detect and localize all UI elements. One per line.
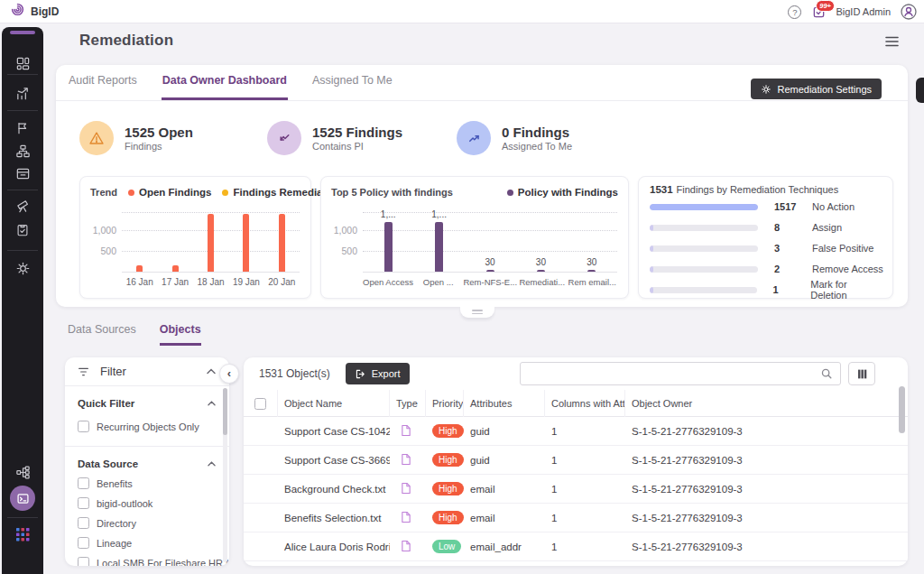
technique-value: 8 xyxy=(774,222,803,233)
edge-widget[interactable] xyxy=(916,78,924,103)
notifications-icon[interactable]: 99+ xyxy=(811,5,826,19)
gear-icon xyxy=(761,84,772,95)
cell-object-name: Alice Laura Doris Rodriguez CV.docx xyxy=(278,542,390,552)
checkbox[interactable] xyxy=(78,537,89,549)
table-header-row: Object NameTypePriorityAttributesColumns… xyxy=(244,390,908,417)
sidebar-item-data-flow-icon[interactable] xyxy=(14,464,31,480)
page-menu-icon[interactable] xyxy=(885,34,899,51)
filter-funnel-icon xyxy=(78,366,89,377)
table-row[interactable]: Benefits Selection.txt High email 1 S-1-… xyxy=(244,504,908,532)
dashboard-tab-data-owner-dashboard[interactable]: Data Owner Dashboard xyxy=(162,74,288,100)
y-axis-tick: 1,000 xyxy=(327,225,357,236)
sidebar-item-terminal-icon[interactable] xyxy=(10,486,35,511)
export-button-label: Export xyxy=(372,368,401,379)
cell-type xyxy=(390,511,426,525)
help-icon[interactable]: ? xyxy=(788,5,801,19)
chart-title: Trend xyxy=(90,187,117,198)
user-name[interactable]: BigID Admin xyxy=(836,6,891,17)
objects-table-card: 1531 Object(s) Export Object NameTypePri… xyxy=(244,357,908,566)
export-button[interactable]: Export xyxy=(346,363,410,384)
sidebar-item-policies-flag-icon[interactable] xyxy=(14,120,31,136)
cell-priority: Low xyxy=(426,540,464,553)
tab-objects[interactable]: Objects xyxy=(160,323,201,346)
lower-tabs: Data SourcesObjects xyxy=(68,323,201,346)
table-row[interactable]: Alice Laura Doris Rodriguez CV.docx Low … xyxy=(244,532,908,561)
filter-scrollbar-thumb[interactable] xyxy=(223,388,227,435)
remediation-settings-button[interactable]: Remediation Settings xyxy=(751,79,882,99)
checkbox[interactable] xyxy=(78,477,89,489)
stat-assigned-to-me: 0 Findings Assigned To Me xyxy=(457,121,572,155)
technique-row: 8 Assign xyxy=(650,221,885,234)
filter-section-data-source: Data Source Benefitsbigid-outlookDirecto… xyxy=(65,446,229,566)
sidebar-item-compliance-clipboard-icon[interactable] xyxy=(14,222,31,238)
x-axis-label: Rem-NFS-E... xyxy=(463,277,517,287)
column-header-priority[interactable]: Priority xyxy=(426,390,464,417)
filter-header[interactable]: Filter xyxy=(65,357,229,386)
filter-section-header[interactable]: Quick Filter xyxy=(78,398,217,409)
sidebar-item-catalog-icon[interactable] xyxy=(14,165,31,181)
column-header-object-owner[interactable]: Object Owner xyxy=(625,390,908,417)
sidebar-item-hierarchy-icon[interactable] xyxy=(14,143,31,159)
technique-label: Mark for Deletion xyxy=(810,279,885,301)
column-header-columns-with-attribute[interactable]: Columns with Attribute xyxy=(545,390,625,417)
cell-object-name: Background Check.txt xyxy=(278,484,390,495)
sidebar-item-dashboard-icon[interactable] xyxy=(14,55,31,71)
dashboard-collapse-handle[interactable] xyxy=(460,306,494,318)
cell-object-owner: S-1-5-21-2776329109-3 xyxy=(625,542,908,552)
stat-value: 1525 Findings xyxy=(312,125,402,142)
technique-label: No Action xyxy=(812,201,855,212)
sidebar-item-settings-gear-icon[interactable] xyxy=(14,260,31,276)
checkbox[interactable] xyxy=(78,497,89,509)
table-scrollbar-thumb[interactable] xyxy=(899,386,905,433)
technique-value: 3 xyxy=(774,243,803,254)
stat-value: 1525 Open xyxy=(125,125,193,142)
table-row[interactable]: Support Case CS-3669.txt High guid 1 S-1… xyxy=(244,446,908,475)
cell-type xyxy=(390,540,426,554)
bar-data-label: 30 xyxy=(587,257,596,267)
bar xyxy=(279,214,285,273)
dashboard-tab-assigned-to-me[interactable]: Assigned To Me xyxy=(311,74,393,100)
tab-data-sources[interactable]: Data Sources xyxy=(68,323,136,346)
sidebar xyxy=(2,27,43,574)
sidebar-item-apps-grid-icon[interactable] xyxy=(14,526,31,542)
select-all-checkbox[interactable] xyxy=(254,398,266,410)
filter-checkbox-bigid-outlook[interactable]: bigid-outlook xyxy=(78,497,217,509)
avatar[interactable] xyxy=(901,4,917,20)
sidebar-item-reports-icon[interactable] xyxy=(14,85,31,101)
filter-checkbox-recurring-objects-only[interactable]: Recurring Objects Only xyxy=(78,421,217,432)
checkbox[interactable] xyxy=(78,421,89,432)
bar xyxy=(435,222,443,272)
sidebar-accent-bar xyxy=(10,31,35,34)
column-header-attributes[interactable]: Attributes xyxy=(464,390,545,417)
warning-icon xyxy=(79,121,114,155)
search-input[interactable] xyxy=(521,363,820,384)
column-header-object-name[interactable]: Object Name xyxy=(278,390,390,417)
trend-up-arrow-icon xyxy=(457,121,491,155)
cell-priority: High xyxy=(426,511,464,524)
filter-checkbox-lineage[interactable]: Lineage xyxy=(78,537,217,549)
table-row[interactable]: Support Case CS-1042.txt High guid 1 S-1… xyxy=(244,417,908,446)
checkbox[interactable] xyxy=(78,517,89,529)
y-axis-tick: 1,000 xyxy=(86,225,116,236)
cell-columns-with-attribute: 1 xyxy=(545,455,625,466)
chart-plot-area: 5001,0001,...1,...303030 xyxy=(363,209,617,273)
filter-checkbox-benefits[interactable]: Benefits xyxy=(78,477,217,489)
sidebar-item-discovery-icon[interactable] xyxy=(14,198,31,214)
table-row[interactable]: Background Check.txt High email 1 S-1-5-… xyxy=(244,475,908,504)
column-chooser-button[interactable] xyxy=(848,362,875,385)
file-icon xyxy=(401,540,411,552)
filter-section-header[interactable]: Data Source xyxy=(78,458,217,469)
dashboard-tab-audit-reports[interactable]: Audit Reports xyxy=(68,74,138,100)
cell-object-owner: S-1-5-21-2776329109-3 xyxy=(625,484,908,495)
cell-columns-with-attribute: 1 xyxy=(545,484,625,495)
bar xyxy=(243,214,249,273)
chevron-up-icon[interactable] xyxy=(206,367,217,375)
filter-checkbox-directory[interactable]: Directory xyxy=(78,517,217,529)
filter-checkbox-local-smb-for-fileshare-hr-m[interactable]: Local SMB For Fileshare HR M xyxy=(78,557,217,566)
cell-object-owner: S-1-5-21-2776329109-3 xyxy=(625,426,908,437)
collapse-filter-button[interactable]: ‹ xyxy=(219,364,239,384)
y-axis-tick: 500 xyxy=(327,245,357,256)
cell-object-name: Support Case CS-3669.txt xyxy=(278,455,390,466)
checkbox[interactable] xyxy=(78,557,89,566)
column-header-type[interactable]: Type xyxy=(390,390,426,417)
